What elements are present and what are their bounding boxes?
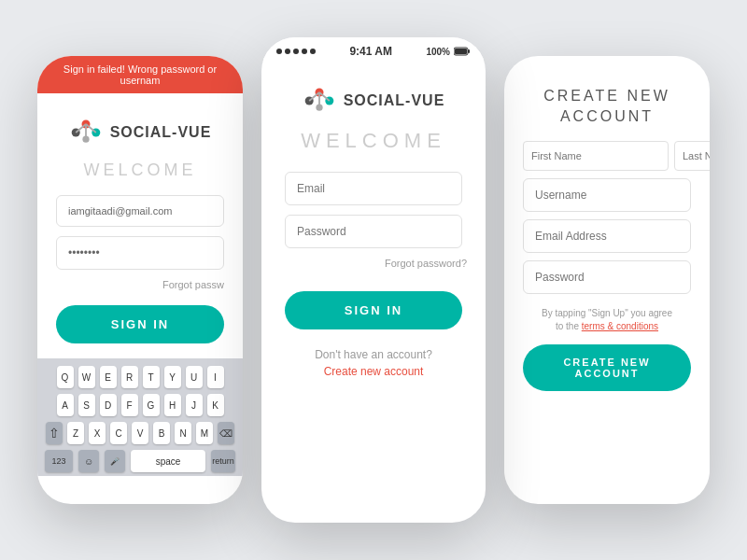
phone-right: CREATE NEW ACCOUNT By tapping "Sign Up" … (504, 56, 710, 504)
key-f[interactable]: F (121, 394, 138, 416)
name-row (523, 141, 691, 171)
dot-5 (310, 49, 316, 54)
keyboard-bottom: 123 ☺ 🎤 space return (41, 450, 239, 472)
key-i[interactable]: I (207, 366, 224, 388)
phone-left: Sign in failed! Wrong password or userna… (37, 56, 243, 504)
battery-percent: 100% (426, 47, 450, 57)
svg-rect-9 (468, 49, 470, 53)
svg-point-6 (82, 136, 89, 143)
key-c[interactable]: C (110, 422, 127, 444)
logo-text-left: SOCIAL-VUE (110, 124, 212, 141)
logo-text-center: SOCIAL-VUE (344, 92, 445, 109)
phone-center-content: SOCIAL-VUE WELCOME Forgot password? SIGN… (261, 62, 486, 393)
title-line1: CREATE NEW (543, 88, 669, 104)
status-time: 9:41 AM (349, 45, 392, 58)
dot-3 (293, 49, 299, 54)
key-a[interactable]: A (57, 394, 74, 416)
key-q[interactable]: Q (57, 366, 74, 388)
key-b[interactable]: B (153, 422, 170, 444)
key-return[interactable]: return (211, 450, 235, 472)
status-right: 100% (426, 47, 471, 57)
key-t[interactable]: T (143, 366, 160, 388)
key-r[interactable]: R (121, 366, 138, 388)
logo-area-center: SOCIAL-VUE (303, 84, 445, 118)
create-account-button[interactable]: CREATE NEW ACCOUNT (523, 344, 691, 391)
keyboard-row-2: A S D F G H J K (41, 394, 239, 416)
key-x[interactable]: X (89, 422, 106, 444)
keyboard: Q W E R T Y U I A S D F G H J K ⇧ Z (37, 358, 243, 476)
phones-container: Sign in failed! Wrong password or userna… (0, 0, 747, 560)
key-u[interactable]: U (186, 366, 203, 388)
password-input-center[interactable] (285, 215, 462, 248)
time-display: 9:41 AM (349, 45, 392, 58)
error-banner: Sign in failed! Wrong password or userna… (37, 56, 243, 93)
key-y[interactable]: Y (164, 366, 181, 388)
create-account-link[interactable]: Create new account (324, 365, 424, 378)
svg-rect-8 (455, 49, 467, 54)
key-h[interactable]: H (164, 394, 181, 416)
last-name-input[interactable] (674, 141, 710, 171)
dot-2 (285, 49, 290, 54)
signin-button-center[interactable]: SIGN IN (285, 291, 462, 329)
forgot-center: Forgot password? (289, 258, 467, 269)
key-z[interactable]: Z (67, 422, 84, 444)
error-text: Sign in failed! Wrong password or userna… (63, 63, 217, 86)
key-emoji[interactable]: ☺ (78, 450, 99, 472)
dont-have-label: Don't have an account? (315, 348, 432, 361)
key-k[interactable]: K (207, 394, 224, 416)
key-g[interactable]: G (143, 394, 160, 416)
key-delete[interactable]: ⌫ (218, 422, 234, 444)
key-e[interactable]: E (100, 366, 117, 388)
key-n[interactable]: N (175, 422, 191, 444)
welcome-center: WELCOME (301, 129, 446, 153)
username-input-right[interactable] (523, 178, 691, 212)
welcome-left: WELCOME (83, 161, 196, 180)
key-s[interactable]: S (78, 394, 95, 416)
key-123[interactable]: 123 (45, 450, 73, 472)
svg-point-16 (316, 105, 322, 111)
signal-dots (276, 49, 316, 54)
email-input-center[interactable] (285, 172, 462, 205)
logo-area-left: SOCIAL-VUE (69, 116, 212, 149)
svg-line-3 (76, 124, 86, 133)
status-bar-center: 9:41 AM 100% (261, 37, 486, 62)
first-name-input[interactable] (523, 141, 669, 171)
forgot-left: Forgot passw (162, 279, 224, 290)
phone-center: 9:41 AM 100% (261, 37, 486, 523)
key-v[interactable]: V (132, 422, 148, 444)
key-m[interactable]: M (196, 422, 213, 444)
terms-link[interactable]: terms & conditions (582, 321, 658, 331)
key-mic[interactable]: 🎤 (105, 450, 125, 472)
keyboard-row-1: Q W E R T Y U I (41, 366, 239, 388)
dot-1 (276, 49, 282, 54)
create-account-title: CREATE NEW ACCOUNT (543, 86, 669, 128)
keyboard-row-3: ⇧ Z X C V B N M ⌫ (41, 422, 239, 444)
phone-right-content: CREATE NEW ACCOUNT By tapping "Sign Up" … (504, 56, 710, 406)
logo-icon-center (303, 84, 336, 118)
svg-line-4 (86, 124, 96, 133)
dot-4 (302, 49, 307, 54)
key-w[interactable]: W (78, 366, 95, 388)
email-input-left[interactable] (56, 195, 224, 227)
key-d[interactable]: D (100, 394, 117, 416)
key-shift[interactable]: ⇧ (46, 422, 63, 444)
svg-line-14 (319, 92, 330, 101)
logo-icon-left (69, 116, 103, 149)
signin-button-left[interactable]: SIGN IN (56, 305, 224, 343)
email-input-right[interactable] (523, 219, 691, 253)
phone-left-content: SOCIAL-VUE WELCOME Forgot passw SIGN IN (37, 93, 243, 358)
key-space[interactable]: space (131, 450, 205, 472)
title-line2: ACCOUNT (560, 108, 654, 124)
battery-icon (454, 47, 471, 56)
key-j[interactable]: J (186, 394, 203, 416)
terms-text: By tapping "Sign Up" you agreeto the ter… (542, 307, 672, 333)
svg-line-13 (309, 92, 319, 101)
password-input-right[interactable] (523, 260, 691, 294)
password-input-left[interactable] (56, 236, 224, 270)
